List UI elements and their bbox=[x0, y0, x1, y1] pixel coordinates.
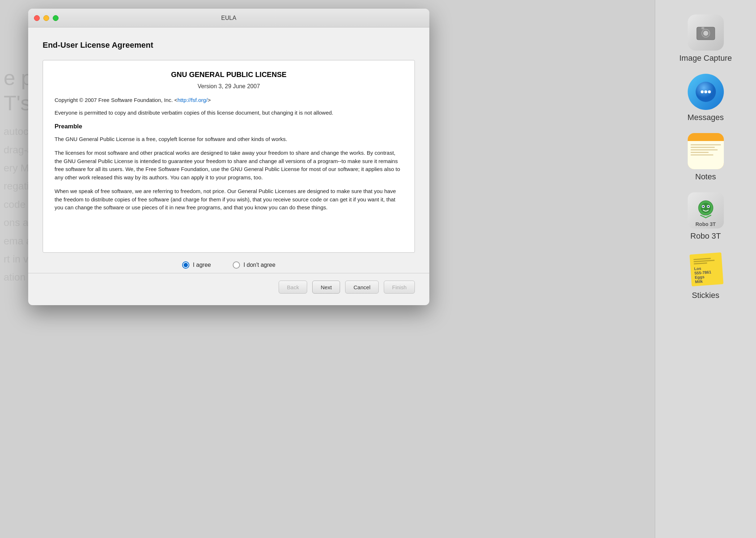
dock-item-robo3t-label: Robo 3T bbox=[690, 231, 721, 241]
dock-item-stickies-label: Stickies bbox=[692, 291, 720, 300]
robo3t-badge: Robo 3T bbox=[688, 221, 724, 227]
dock-item-image-capture[interactable]: Image Capture bbox=[679, 14, 732, 63]
titlebar: EULA bbox=[28, 9, 429, 27]
window-content: End-User License Agreement GNU GENERAL P… bbox=[28, 27, 429, 305]
dock-item-messages-label: Messages bbox=[687, 113, 723, 122]
radio-area: I agree I don't agree bbox=[43, 253, 415, 273]
page-title: End-User License Agreement bbox=[43, 40, 415, 50]
right-sidebar: Image Capture Messages bbox=[655, 0, 756, 538]
license-title: GNU GENERAL PUBLIC LICENSE bbox=[55, 71, 403, 79]
svg-point-7 bbox=[708, 90, 711, 93]
dock-item-messages[interactable]: Messages bbox=[687, 74, 723, 122]
fsf-link[interactable]: http://fsf.org/ bbox=[177, 97, 207, 103]
disagree-radio[interactable] bbox=[233, 261, 240, 269]
cancel-button[interactable]: Cancel bbox=[345, 281, 379, 294]
svg-point-13 bbox=[708, 206, 709, 207]
agree-radio[interactable] bbox=[182, 261, 189, 269]
eula-window: EULA End-User License Agreement GNU GENE… bbox=[28, 9, 429, 305]
dock-item-stickies[interactable]: Los555-7861 EggsMilk Stickies bbox=[688, 252, 724, 300]
disagree-option[interactable]: I don't agree bbox=[233, 261, 275, 269]
license-copyright: Copyright © 2007 Free Software Foundatio… bbox=[55, 97, 403, 103]
close-button[interactable] bbox=[34, 15, 40, 21]
dock-item-robo3t[interactable]: Robo 3T Robo 3T bbox=[688, 192, 724, 241]
preamble-p1: The GNU General Public License is a free… bbox=[55, 135, 403, 144]
minimize-button[interactable] bbox=[43, 15, 49, 21]
preamble-heading: Preamble bbox=[55, 123, 403, 130]
agree-label: I agree bbox=[193, 262, 211, 268]
stickies-icon: Los555-7861 EggsMilk bbox=[688, 252, 724, 288]
window-title: EULA bbox=[221, 15, 236, 21]
dock-item-image-capture-label: Image Capture bbox=[679, 54, 732, 63]
license-text-area[interactable]: GNU GENERAL PUBLIC LICENSE Version 3, 29… bbox=[43, 60, 415, 253]
svg-rect-3 bbox=[701, 27, 704, 29]
svg-point-6 bbox=[704, 90, 707, 93]
svg-point-12 bbox=[703, 206, 704, 207]
button-bar: Back Next Cancel Finish bbox=[43, 273, 415, 296]
preamble-p3: When we speak of free software, we are r… bbox=[55, 187, 403, 212]
maximize-button[interactable] bbox=[53, 15, 59, 21]
disagree-label: I don't agree bbox=[244, 262, 275, 268]
traffic-lights bbox=[34, 15, 59, 21]
license-distribute: Everyone is permitted to copy and distri… bbox=[55, 109, 403, 117]
finish-button[interactable]: Finish bbox=[384, 281, 415, 294]
preamble-p2: The licenses for most software and other… bbox=[55, 149, 403, 182]
back-button[interactable]: Back bbox=[279, 281, 307, 294]
dock-item-notes-label: Notes bbox=[695, 172, 716, 182]
dock-item-notes[interactable]: Notes bbox=[688, 133, 724, 182]
svg-point-5 bbox=[701, 90, 704, 93]
license-version: Version 3, 29 June 2007 bbox=[55, 83, 403, 90]
robo3t-icon: Robo 3T bbox=[688, 192, 724, 229]
svg-point-2 bbox=[703, 31, 708, 36]
messages-icon bbox=[688, 74, 724, 110]
notes-icon bbox=[688, 133, 724, 169]
next-button[interactable]: Next bbox=[312, 281, 340, 294]
image-capture-icon bbox=[688, 14, 724, 51]
agree-option[interactable]: I agree bbox=[182, 261, 211, 269]
